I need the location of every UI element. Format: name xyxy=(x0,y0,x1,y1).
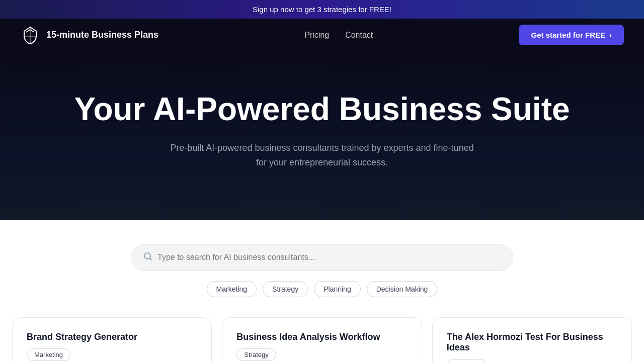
card-badge: Strategy xyxy=(236,348,276,361)
filter-tag-marketing[interactable]: Marketing xyxy=(207,281,257,297)
arrow-icon: › xyxy=(609,31,612,39)
logo-text: 15-minute Business Plans xyxy=(46,30,158,40)
hero-section: Your AI-Powered Business Suite Pre-built… xyxy=(0,51,644,220)
cards-grid: Brand Strategy Generator Marketing Gener… xyxy=(12,317,632,362)
card-business-idea: Business Idea Analysis Workflow Strategy… xyxy=(222,317,422,362)
filter-tag-decision-making[interactable]: Decision Making xyxy=(367,281,438,297)
logo-icon xyxy=(20,25,40,45)
search-icon xyxy=(143,252,152,263)
svg-point-0 xyxy=(144,253,150,259)
nav-pricing[interactable]: Pricing xyxy=(304,31,329,39)
card-badge: Strategy xyxy=(447,359,486,362)
filter-tag-strategy[interactable]: Strategy xyxy=(263,281,308,297)
card-brand-strategy: Brand Strategy Generator Marketing Gener… xyxy=(12,317,212,362)
hero-subtitle: Pre-built AI-powered business consultant… xyxy=(166,141,478,170)
logo-link[interactable]: 15-minute Business Plans xyxy=(20,25,158,45)
card-title: The Alex Hormozi Test For Business Ideas xyxy=(447,332,617,353)
top-banner: Sign up now to get 3 strategies for FREE… xyxy=(0,0,644,19)
filter-tag-planning[interactable]: Planning xyxy=(314,281,361,297)
nav-contact[interactable]: Contact xyxy=(345,31,373,39)
search-input[interactable] xyxy=(157,253,501,262)
card-title: Business Idea Analysis Workflow xyxy=(236,332,407,342)
nav-links: Pricing Contact xyxy=(304,31,373,40)
filter-tags: Marketing Strategy Planning Decision Mak… xyxy=(207,281,438,297)
navbar: 15-minute Business Plans Pricing Contact… xyxy=(0,19,644,51)
search-bar[interactable] xyxy=(131,244,513,271)
get-started-button[interactable]: Get started for FREE › xyxy=(519,25,624,45)
banner-text: Sign up now to get 3 strategies for FREE… xyxy=(253,5,391,14)
hero-title: Your AI-Powered Business Suite xyxy=(20,92,624,127)
cards-section: Brand Strategy Generator Marketing Gener… xyxy=(0,297,644,362)
card-title: Brand Strategy Generator xyxy=(27,332,197,342)
card-alex-hormozi: The Alex Hormozi Test For Business Ideas… xyxy=(432,317,632,362)
card-badge: Marketing xyxy=(27,348,70,361)
search-section: Marketing Strategy Planning Decision Mak… xyxy=(0,220,644,297)
